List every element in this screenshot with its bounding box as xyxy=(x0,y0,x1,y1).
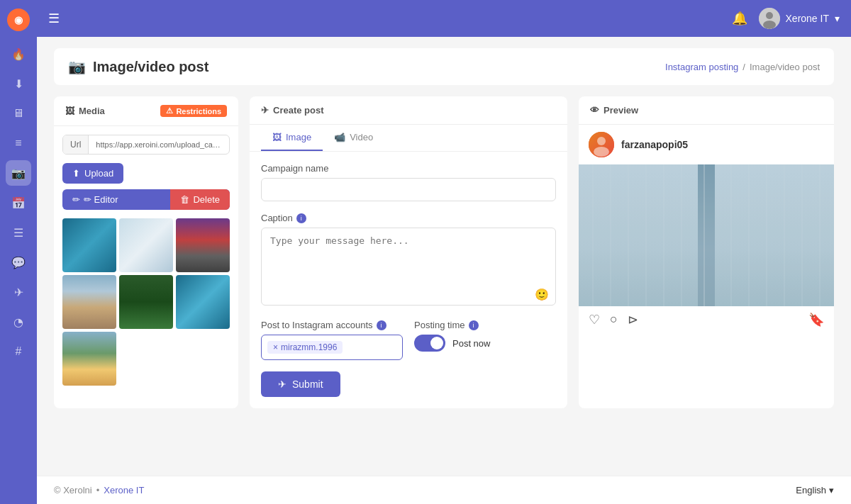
sidebar-item-hashtag[interactable]: # xyxy=(6,339,31,364)
avatar xyxy=(759,8,780,29)
caption-textarea[interactable] xyxy=(261,228,556,306)
three-column-layout: 🖼 Media ⚠ Restrictions Url https://app.x… xyxy=(54,96,834,408)
preview-actions: ♡ ○ ⊳ 🔖 xyxy=(579,306,834,333)
image-tab-icon: 🖼 xyxy=(272,132,282,142)
account-tag-input[interactable]: × mirazmm.1996 xyxy=(261,335,403,360)
tag-remove[interactable]: × xyxy=(273,342,278,352)
media-icon: 🖼 xyxy=(65,106,74,116)
video-tab-label: Video xyxy=(350,132,373,142)
topbar-right: 🔔 Xerone IT ▾ xyxy=(732,8,840,29)
sidebar-item-fire[interactable]: 🔥 xyxy=(6,41,31,67)
image-thumb-5[interactable] xyxy=(119,275,173,329)
tab-video[interactable]: 📹 Video xyxy=(323,125,384,151)
url-row: Url https://app.xeroini.com/upload_caste… xyxy=(62,135,230,155)
image-thumb-4[interactable] xyxy=(62,275,116,329)
editor-icon: ✏ xyxy=(72,194,80,205)
svg-point-4 xyxy=(597,137,606,145)
sidebar-item-download[interactable]: ⬇ xyxy=(6,71,31,96)
comment-icon[interactable]: ○ xyxy=(610,312,618,327)
hashtag-icon: # xyxy=(16,345,22,358)
restrictions-badge[interactable]: ⚠ Restrictions xyxy=(160,105,227,117)
form-two-col: Post to Instagram accounts i × mirazmm.1… xyxy=(261,320,556,360)
image-thumb-7[interactable] xyxy=(62,332,116,386)
post-to-label: Post to Instagram accounts i xyxy=(261,320,403,330)
breadcrumb-current: Image/video post xyxy=(750,62,820,72)
emoji-icon[interactable]: 🙂 xyxy=(535,288,549,301)
caption-group: Caption i 🙂 xyxy=(261,213,556,308)
upload-button[interactable]: ⬆ Upload xyxy=(62,163,123,184)
svg-rect-11 xyxy=(579,164,698,306)
list-icon: ☰ xyxy=(13,226,23,240)
page-title-text: Image/video post xyxy=(93,59,208,75)
sidebar-item-monitor[interactable]: 🖥 xyxy=(6,101,31,126)
topbar: ☰ 🔔 Xerone IT ▾ xyxy=(37,0,851,37)
upload-icon: ⬆ xyxy=(72,168,80,179)
image-thumb-1[interactable] xyxy=(62,218,116,272)
monitor-icon: 🖥 xyxy=(13,107,24,120)
submit-icon: ✈ xyxy=(278,379,287,390)
page-header: 📷 Image/video post Instagram posting / I… xyxy=(54,48,834,85)
post-tabs: 🖼 Image 📹 Video xyxy=(250,125,567,152)
campaign-name-input[interactable] xyxy=(261,178,556,201)
account-tag: × mirazmm.1996 xyxy=(267,341,343,354)
sidebar-item-layers[interactable]: ≡ xyxy=(6,130,31,156)
download-icon: ⬇ xyxy=(14,77,23,91)
breadcrumb-separator: / xyxy=(742,62,745,72)
breadcrumb: Instagram posting / Image/video post xyxy=(665,62,820,72)
svg-point-2 xyxy=(763,21,776,29)
media-label-text: Media xyxy=(79,106,105,116)
chart-icon: ◔ xyxy=(13,315,23,329)
image-thumb-6[interactable] xyxy=(176,275,230,329)
main-area: ☰ 🔔 Xerone IT ▾ xyxy=(37,0,851,504)
sidebar-item-calendar[interactable]: 📅 xyxy=(6,190,31,215)
tab-image[interactable]: 🖼 Image xyxy=(261,125,323,151)
preview-panel: 👁 Preview xyxy=(579,96,834,408)
share-icon[interactable]: ⊳ xyxy=(628,312,638,327)
instagram-icon: 📷 xyxy=(11,167,26,180)
bell-icon[interactable]: 🔔 xyxy=(732,11,747,26)
caption-info-icon: i xyxy=(296,213,306,223)
image-grid xyxy=(54,213,238,391)
image-thumb-2[interactable] xyxy=(119,218,173,272)
topbar-user[interactable]: Xerone IT ▾ xyxy=(759,8,840,29)
post-to-group: Post to Instagram accounts i × mirazmm.1… xyxy=(261,320,403,360)
campaign-name-group: Campaign name xyxy=(261,163,556,201)
sidebar-item-instagram[interactable]: 📷 xyxy=(6,160,31,186)
footer-copyright: © Xerolni xyxy=(54,485,92,495)
send-icon: ✈ xyxy=(14,286,23,299)
footer-dropdown-icon: ▾ xyxy=(829,485,834,495)
sidebar-item-send[interactable]: ✈ xyxy=(6,279,31,305)
footer-language[interactable]: English ▾ xyxy=(796,485,834,495)
submit-button[interactable]: ✈ Submit xyxy=(261,371,340,397)
delete-icon: 🗑 xyxy=(180,194,189,205)
create-icon: ✈ xyxy=(261,105,269,116)
calendar-icon: 📅 xyxy=(11,196,26,210)
breadcrumb-parent[interactable]: Instagram posting xyxy=(665,62,738,72)
sidebar-item-list[interactable]: ☰ xyxy=(6,220,31,245)
hamburger-icon[interactable]: ☰ xyxy=(48,11,60,26)
svg-rect-8 xyxy=(703,164,705,306)
image-thumb-3[interactable] xyxy=(176,218,230,272)
image-tab-label: Image xyxy=(286,132,311,142)
preview-icon: 👁 xyxy=(590,105,599,116)
footer-separator: • xyxy=(96,485,100,495)
editor-button[interactable]: ✏ ✏ Editor xyxy=(62,189,128,210)
sidebar-item-chart[interactable]: ◔ xyxy=(6,309,31,335)
user-name: Xerone IT xyxy=(786,13,829,24)
post-now-toggle[interactable] xyxy=(414,335,445,352)
delete-label: Delete xyxy=(193,194,220,205)
preview-panel-header: 👁 Preview xyxy=(579,96,834,125)
heart-icon[interactable]: ♡ xyxy=(589,312,600,327)
layers-icon: ≡ xyxy=(15,137,21,150)
posting-time-label: Posting time i xyxy=(414,320,556,330)
delete-button[interactable]: 🗑 Delete xyxy=(170,189,230,210)
sidebar-item-chat[interactable]: 💬 xyxy=(6,250,31,275)
bookmark-icon[interactable]: 🔖 xyxy=(808,312,824,327)
preview-label-text: Preview xyxy=(604,105,638,116)
submit-label: Submit xyxy=(292,379,323,390)
footer-company-link[interactable]: Xerone IT xyxy=(104,485,144,495)
upload-label: Upload xyxy=(84,168,113,179)
sidebar-logo[interactable]: ◉ xyxy=(7,9,30,31)
logo-icon: ◉ xyxy=(14,14,23,26)
preview-avatar xyxy=(589,132,614,157)
